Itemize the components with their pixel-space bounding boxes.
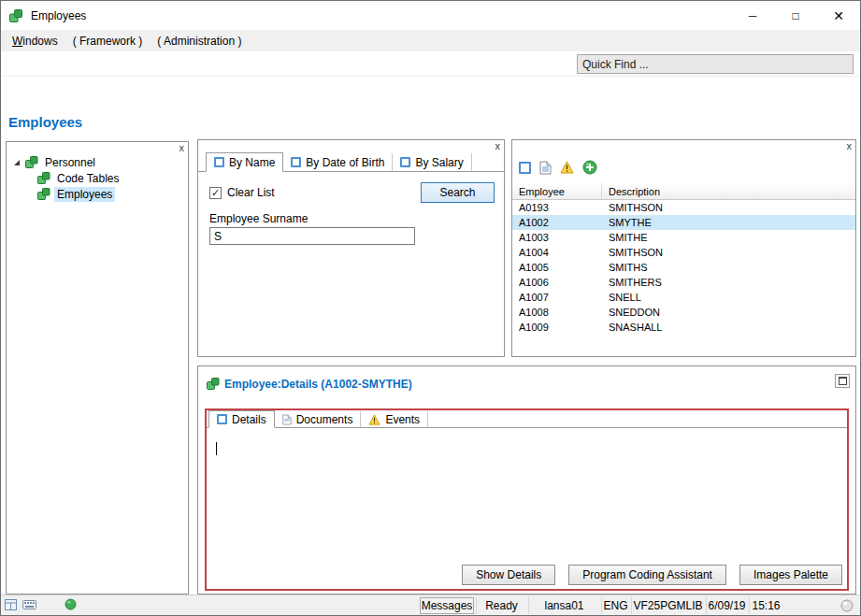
documents-icon[interactable] <box>539 161 552 175</box>
details-panel-title: Employee:Details (A1002-SMYTHE) <box>224 378 412 391</box>
details-tab-icon <box>217 414 227 424</box>
quick-find-input[interactable] <box>577 54 854 74</box>
employee-details-icon <box>206 377 220 391</box>
employees-window: { "window": { "title": "Employees", "con… <box>0 0 861 616</box>
panel-close-icon[interactable]: x <box>179 142 185 154</box>
cell-employee: A1006 <box>512 277 602 288</box>
window-controls: ─ □ ✕ <box>731 1 860 30</box>
program-coding-assistant-button[interactable]: Program Coding Assistant <box>568 565 726 585</box>
personnel-tree: Personnel Code Tables Employees <box>7 142 188 202</box>
grid-view-icon[interactable] <box>5 599 17 610</box>
search-button[interactable]: Search <box>421 182 495 203</box>
menu-framework[interactable]: ( Framework ) <box>65 32 151 50</box>
status-ready: Ready <box>476 597 526 614</box>
table-row[interactable]: A1004 SMITHSON <box>512 245 855 260</box>
tab-label: Events <box>385 413 420 426</box>
employee-details-panel: Employee:Details (A1002-SMYTHE) Details … <box>197 365 856 595</box>
table-row[interactable]: A1006 SMITHERS <box>512 275 855 290</box>
cell-employee: A1004 <box>512 247 602 258</box>
statusbar: Messages Ready lansa01 ENG VF25PGMLIB 6/… <box>1 595 860 615</box>
tree-item-code-tables[interactable]: Code Tables <box>7 170 188 186</box>
tab-documents[interactable]: Documents <box>275 411 362 427</box>
tab-by-salary[interactable]: By Salary <box>393 153 471 171</box>
tab-by-name[interactable]: By Name <box>206 152 283 172</box>
employee-surname-input[interactable] <box>209 227 415 245</box>
tree-panel: x Personnel Code Tables Employees <box>6 141 189 595</box>
minimize-icon[interactable]: ─ <box>731 1 774 30</box>
by-name-icon <box>214 157 224 167</box>
table-row[interactable]: A0193 SMITHSON <box>512 200 855 215</box>
cell-description: SMITHERS <box>602 277 855 288</box>
cell-employee: A1002 <box>512 217 602 228</box>
cell-employee: A1003 <box>512 232 602 243</box>
documents-tab-icon <box>282 414 292 425</box>
tab-events[interactable]: Events <box>361 411 428 427</box>
cell-description: SMYTHE <box>602 217 855 228</box>
column-header-employee[interactable]: Employee <box>512 183 602 199</box>
cell-description: SMITHE <box>602 232 855 243</box>
table-row[interactable]: A1003 SMITHE <box>512 230 855 245</box>
table-header: Employee Description <box>512 183 855 200</box>
connection-status-icon[interactable] <box>65 598 77 610</box>
details-content-area[interactable]: Show Details Program Coding Assistant Im… <box>207 429 847 589</box>
employee-table: Employee Description A0193 SMITHSON A100… <box>512 183 855 356</box>
menu-windows[interactable]: Windows <box>5 32 65 50</box>
tree-item-label: Employees <box>54 187 115 202</box>
cell-description: SNASHALL <box>602 322 855 333</box>
show-details-button[interactable]: Show Details <box>462 565 555 585</box>
tree-item-employees[interactable]: Employees <box>7 186 188 202</box>
column-header-description[interactable]: Description <box>602 186 855 197</box>
table-row-selected[interactable]: A1002 SMYTHE <box>512 215 855 230</box>
undock-icon[interactable] <box>835 374 850 388</box>
details-view-icon[interactable] <box>519 162 531 174</box>
details-actions: Show Details Program Coding Assistant Im… <box>462 565 842 585</box>
status-time: 15:16 <box>749 597 782 614</box>
employees-icon <box>36 187 50 201</box>
cell-description: SMITHS <box>602 262 855 273</box>
clear-list-label: Clear List <box>227 186 275 199</box>
add-employee-icon[interactable] <box>582 160 597 175</box>
table-row[interactable]: A1008 SNEDDON <box>512 305 855 320</box>
tab-label: Documents <box>296 413 353 426</box>
table-row[interactable]: A1005 SMITHS <box>512 260 855 275</box>
clear-list-checkbox[interactable] <box>209 187 222 199</box>
cell-description: SNELL <box>602 292 855 303</box>
status-user: lansa01 <box>528 597 599 614</box>
tree-item-label: Personnel <box>42 155 98 170</box>
images-palette-button[interactable]: Images Palette <box>739 565 842 585</box>
tab-by-date-of-birth[interactable]: By Date of Birth <box>283 153 393 171</box>
cell-employee: A1009 <box>512 322 602 333</box>
close-icon[interactable]: ✕ <box>817 1 860 30</box>
list-toolbar <box>519 159 597 176</box>
events-tab-icon <box>368 414 380 425</box>
tab-details[interactable]: Details <box>208 410 275 428</box>
tab-label: By Name <box>229 156 275 169</box>
events-warning-icon[interactable] <box>560 161 574 174</box>
titlebar: Employees ─ □ ✕ <box>1 1 860 30</box>
cell-description: SNEDDON <box>602 307 855 318</box>
cell-description: SMITHSON <box>602 202 855 213</box>
page-title: Employees <box>8 114 82 130</box>
search-panel: x By Name By Date of Birth By Salary Cle… <box>197 139 505 357</box>
keyboard-icon[interactable] <box>22 600 36 609</box>
messages-button[interactable]: Messages <box>420 597 474 614</box>
table-row[interactable]: A1009 SNASHALL <box>512 320 855 335</box>
maximize-icon[interactable]: □ <box>774 1 817 30</box>
panel-close-icon[interactable]: x <box>847 140 853 152</box>
menubar: Windows ( Framework ) ( Administration ) <box>1 30 860 51</box>
cell-description: SMITHSON <box>602 247 855 258</box>
search-tabstrip: By Name By Date of Birth By Salary <box>198 151 504 172</box>
menu-administration[interactable]: ( Administration ) <box>150 32 249 50</box>
cell-employee: A1007 <box>512 292 602 303</box>
employee-list-panel: x Employee Description A0193 SMITHSON A1… <box>511 139 856 357</box>
tab-label: By Date of Birth <box>306 156 384 169</box>
expander-icon[interactable] <box>14 160 20 165</box>
tree-item-personnel[interactable]: Personnel <box>7 154 188 170</box>
by-date-of-birth-icon <box>291 157 301 167</box>
tab-label: By Salary <box>415 156 463 169</box>
employee-surname-label: Employee Surname <box>209 212 308 225</box>
clear-list-row: Clear List <box>209 186 275 199</box>
table-row[interactable]: A1007 SNELL <box>512 290 855 305</box>
app-icon <box>8 8 23 23</box>
status-library: VF25PGMLIB <box>631 597 704 614</box>
